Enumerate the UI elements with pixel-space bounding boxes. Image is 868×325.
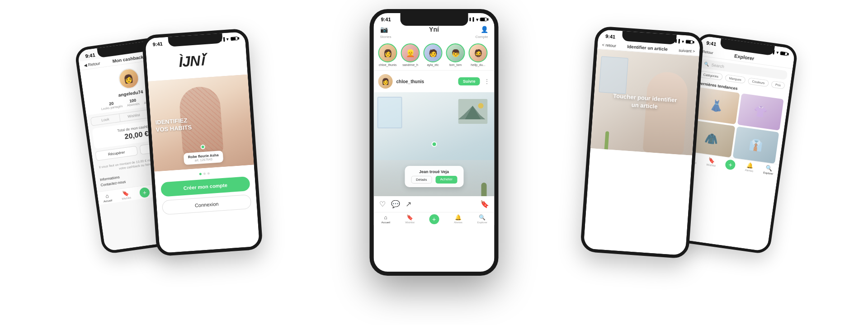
p5-explorer-label: Explorer bbox=[763, 171, 774, 175]
phone3-screen: 9:41 ▾ 📷 Yní 👤 Stories Comp bbox=[374, 13, 495, 272]
identifier-image: Toucher pour identifier un article bbox=[590, 49, 699, 155]
story-avatar-2: 👱 bbox=[401, 43, 420, 62]
post-username: chloe_thunis bbox=[396, 79, 455, 84]
tab-look[interactable]: Look bbox=[91, 114, 120, 126]
phone-identifier: 9:41 ▾ < retour Identifier un article su… bbox=[580, 26, 704, 259]
p3-nav-wishlist[interactable]: 🔖 Wishlist bbox=[398, 214, 422, 224]
touch-overlay[interactable]: Toucher pour identifier un article bbox=[590, 49, 699, 155]
search-icon: 🔍 bbox=[704, 61, 709, 66]
photo-cell-1[interactable]: 👗 bbox=[693, 87, 740, 124]
p3-bookmark-icon: 🔖 bbox=[406, 214, 413, 221]
feed-title: Yní bbox=[429, 26, 439, 33]
p3-nav-plus[interactable]: + bbox=[422, 214, 446, 224]
p2-battery-fill bbox=[231, 37, 236, 40]
filter-couleurs[interactable]: Couleurs bbox=[748, 77, 769, 87]
photo-cell-4[interactable]: 👔 bbox=[732, 127, 779, 164]
story-name-5: hellp_du... bbox=[471, 63, 485, 66]
identifier-title: Identifier un article bbox=[627, 44, 668, 52]
person-1: 👗 bbox=[693, 87, 740, 124]
p5-alertes-label: Alertes bbox=[745, 169, 753, 173]
create-account-button[interactable]: Créer mon compte bbox=[160, 176, 250, 197]
item-popup: Jean troué Veja Détails Acheter bbox=[405, 166, 463, 187]
header-labels: Stories Compte bbox=[374, 35, 495, 40]
phone2-fashion-image: IDENTIFIEZ VOS HABITS Robe fleurie Asha … bbox=[148, 75, 254, 172]
phone5-time: 9:41 bbox=[706, 40, 717, 47]
p2-signal-3 bbox=[223, 37, 225, 42]
stat-abonnes: 100 Abonnés bbox=[126, 98, 140, 107]
save-icon[interactable]: 🔖 bbox=[480, 200, 489, 208]
story-name-4: tom_tom bbox=[449, 63, 462, 66]
explorer-back-btn[interactable]: Retour bbox=[702, 49, 713, 55]
plant bbox=[477, 174, 491, 196]
post-header: 👩 chloe_thunis Suivre ⋮ bbox=[374, 71, 495, 92]
p3-explorer-label: Explorer bbox=[477, 221, 487, 224]
filter-prix[interactable]: Prix bbox=[771, 80, 785, 89]
phone-yni: 9:41 ▾ ÌJNǐ bbox=[142, 28, 263, 256]
p5-plus-button[interactable]: + bbox=[725, 159, 736, 170]
p5-nav-alertes[interactable]: 🔔 Alertes bbox=[739, 161, 760, 174]
story-item-5[interactable]: 🧔 hellp_du... bbox=[469, 43, 488, 66]
filter-categories[interactable]: Catégories bbox=[699, 71, 723, 80]
p3-search-icon: 🔍 bbox=[479, 214, 486, 221]
acheter-button[interactable]: Acheter bbox=[435, 176, 457, 184]
dots-indicator bbox=[160, 170, 249, 178]
camera-icon[interactable]: 📷 bbox=[380, 26, 388, 33]
story-item-2[interactable]: 👱 sandrine_h bbox=[401, 43, 420, 66]
story-item-4[interactable]: 👦 tom_tom bbox=[446, 43, 465, 66]
nav-plus[interactable]: + bbox=[135, 186, 155, 199]
p5-nav-plus[interactable]: + bbox=[720, 159, 741, 171]
p5-bell-icon: 🔔 bbox=[746, 162, 754, 170]
plus-button[interactable]: + bbox=[139, 187, 150, 198]
svg-text:ÌJNǐ: ÌJNǐ bbox=[178, 52, 208, 70]
suivant-button[interactable]: suivant > bbox=[679, 48, 695, 54]
post-image: Jean troué Veja Détails Acheter bbox=[374, 92, 495, 196]
nav-accueil-label: Accueil bbox=[104, 199, 113, 203]
post-more-icon[interactable]: ⋮ bbox=[484, 78, 490, 85]
phone4-back[interactable]: < retour bbox=[602, 42, 617, 48]
p5-nav-wishlist[interactable]: 🔖 Wishlist bbox=[701, 156, 722, 169]
follow-button[interactable]: Suivre bbox=[458, 77, 480, 85]
plant-stem bbox=[481, 183, 487, 196]
p3-battery bbox=[480, 18, 487, 21]
story-item-3[interactable]: 🧑 ayla_etc bbox=[424, 43, 443, 66]
dot-1 bbox=[199, 173, 202, 175]
back-button[interactable]: ◀ Retour bbox=[84, 61, 101, 67]
p3-signal-3 bbox=[473, 17, 474, 22]
person-4: 👔 bbox=[732, 127, 779, 164]
details-button[interactable]: Détails bbox=[411, 176, 432, 184]
person-2: 👚 bbox=[737, 93, 783, 130]
p3-wishlist-label: Wishlist bbox=[405, 221, 415, 224]
yni-logo: ÌJNǐ bbox=[178, 50, 216, 74]
tab-wishlist[interactable]: Wishlist bbox=[119, 110, 149, 122]
p3-nav-explorer[interactable]: 🔍 Explorer bbox=[470, 214, 494, 224]
p5-nav-explorer[interactable]: 🔍 Explorer bbox=[759, 164, 779, 177]
p3-plus-button[interactable]: + bbox=[429, 214, 439, 224]
nav-accueil[interactable]: ⌂ Accueil bbox=[97, 192, 117, 204]
heart-icon[interactable]: ♡ bbox=[379, 200, 386, 208]
p2-wifi-icon: ▾ bbox=[226, 37, 229, 41]
post-avatar: 👩 bbox=[378, 74, 393, 89]
story-avatar-4: 👦 bbox=[446, 43, 465, 62]
comment-icon[interactable]: 💬 bbox=[391, 200, 400, 208]
p3-nav-accueil[interactable]: ⌂ Accueil bbox=[374, 214, 398, 224]
p3-wifi-icon: ▾ bbox=[476, 17, 478, 22]
photo-cell-2[interactable]: 👚 bbox=[737, 93, 783, 130]
story-item-1[interactable]: 👩 chloe_thunis bbox=[378, 43, 397, 66]
account-icon[interactable]: 👤 bbox=[481, 26, 488, 33]
p2-battery bbox=[231, 37, 238, 41]
profile-avatar[interactable]: 👩 bbox=[117, 67, 140, 90]
nav-wishlist[interactable]: 🔖 Wishlist bbox=[116, 189, 136, 202]
filter-marques[interactable]: Marques bbox=[725, 74, 746, 84]
p3-alertes-label: Alertes bbox=[454, 221, 462, 224]
phone1-time: 9:41 bbox=[85, 52, 95, 59]
p4-signal-3 bbox=[678, 39, 680, 43]
search-placeholder: Search bbox=[711, 63, 725, 69]
connexion-button[interactable]: Connexion bbox=[162, 194, 252, 215]
story-avatar-1: 👩 bbox=[378, 43, 397, 62]
phone3-time: 9:41 bbox=[381, 17, 391, 22]
share-icon[interactable]: ↗ bbox=[406, 200, 411, 208]
p5-search-icon: 🔍 bbox=[765, 165, 773, 172]
stories-label: Stories bbox=[380, 35, 392, 39]
p3-nav-alertes[interactable]: 🔔 Alertes bbox=[446, 214, 470, 224]
phone-center: 9:41 ▾ 📷 Yní 👤 Stories Comp bbox=[370, 9, 499, 276]
